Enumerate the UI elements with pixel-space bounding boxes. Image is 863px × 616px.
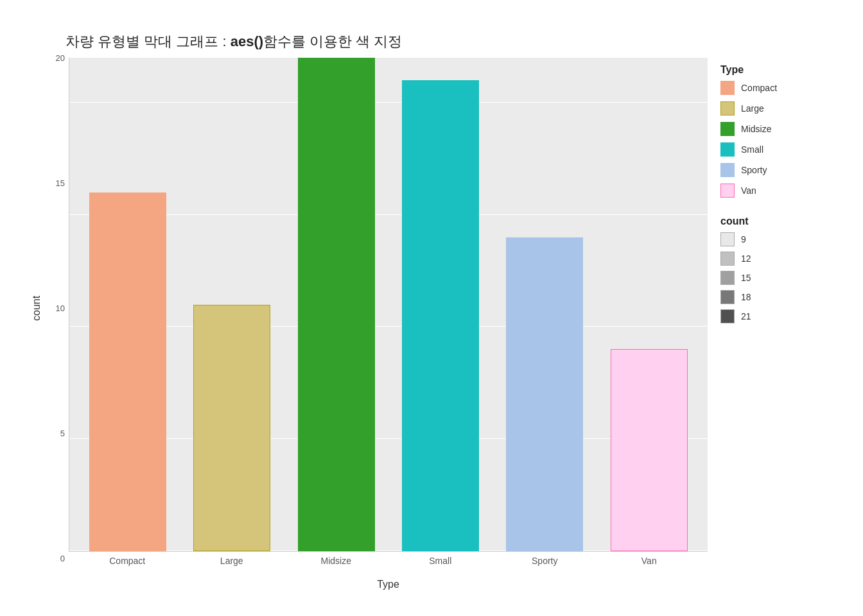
x-axis-title: Type [69,579,708,590]
graph-and-x: CompactLargeMidsizeSmallSportyVan Type [69,58,708,590]
x-label-text: Type [377,579,399,590]
bar-group [76,58,180,551]
x-tick: Midsize [284,556,388,578]
plot-area: count 05101520 CompactLarge [27,58,708,590]
legend-type-item: Sporty [720,163,830,177]
legend-label: Midsize [741,124,771,134]
legend-label: Compact [741,83,777,93]
bar-sporty [506,237,583,551]
legend-type-item: Compact [720,81,830,95]
legend-label: Small [741,144,763,155]
legend-type-item: Midsize [720,122,830,136]
count-swatch [720,271,735,285]
count-swatch [720,232,735,246]
legend-swatch [720,81,735,95]
bar-van [611,349,688,551]
legend-type-items: CompactLargeMidsizeSmallSportyVan [720,81,830,204]
legend-swatch [720,142,735,157]
x-tick: Large [180,556,284,578]
legend-count-item: 18 [720,290,830,304]
legend-label: Van [741,185,756,196]
count-swatch [720,309,735,323]
legend-count-items: 912151821 [720,232,830,329]
legend-count-item: 12 [720,252,830,266]
chart-title: 차량 유형별 막대 그래프 : aes()함수를 이용한 색 지정 [65,32,836,51]
y-axis-ticks: 05101520 [46,58,69,558]
legend-count-item: 15 [720,271,830,285]
title-suffix: 함수를 이용한 색 지정 [263,33,402,49]
bar-group [597,58,701,551]
legend-label: Sporty [741,165,767,175]
bar-group [493,58,597,551]
chart-body: count 05101520 CompactLarge [27,58,836,590]
count-swatch [720,252,735,266]
x-axis-labels: CompactLargeMidsizeSmallSportyVan [69,552,708,578]
count-label: 12 [741,253,751,264]
bar-midsize [298,58,375,551]
legend-count-item: 21 [720,309,830,323]
bars-area [69,58,708,552]
count-swatch [720,290,735,304]
count-label: 9 [741,234,746,244]
x-tick: Small [388,556,493,578]
legend-area: Type CompactLargeMidsizeSmallSportyVan c… [708,58,836,590]
bar-group [284,58,388,551]
chart-container: 차량 유형별 막대 그래프 : aes()함수를 이용한 색 지정 count … [21,19,842,597]
y-axis-label: count [27,58,46,558]
title-bold: aes() [231,33,263,49]
plot-inner: count 05101520 CompactLarge [27,58,708,590]
count-label: 21 [741,311,751,321]
bars-row [69,58,708,551]
bar-group [388,58,493,551]
y-label-text: count [31,295,42,320]
x-tick: Sporty [493,556,597,578]
legend-label: Large [741,103,764,114]
legend-type-item: Van [720,184,830,198]
legend-divider [720,204,830,216]
legend-count-title: count [720,216,830,227]
bar-small [402,80,479,551]
legend-swatch [720,163,735,177]
legend-type-title: Type [720,64,830,76]
bar-compact [89,193,166,551]
legend-swatch [720,184,735,198]
count-label: 18 [741,292,751,302]
legend-type-item: Large [720,101,830,116]
bar-group [180,58,284,551]
legend-swatch [720,101,735,116]
bar-large [193,305,270,552]
x-tick: Van [597,556,702,578]
legend-swatch [720,122,735,136]
x-tick: Compact [75,556,180,578]
count-label: 15 [741,273,751,283]
legend-type-item: Small [720,142,830,157]
title-prefix: 차량 유형별 막대 그래프 : [65,33,231,49]
legend-count-item: 9 [720,232,830,246]
